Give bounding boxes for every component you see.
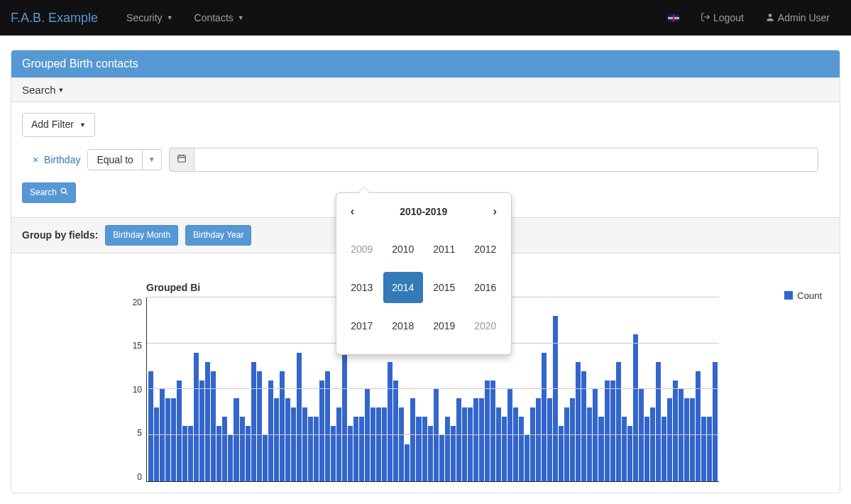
chart-bar [679,389,683,481]
datepicker-prev[interactable]: ‹ [345,202,360,221]
chart-bar [154,407,159,481]
chart-bar [536,398,541,481]
chart-bar [519,417,524,481]
chart-bar [399,407,404,481]
datepicker-year[interactable]: 2020 [466,310,505,341]
chart-bar [553,316,558,481]
caret-down-icon: ▼ [167,14,173,21]
chart-bar [382,407,387,481]
panel-body: Add Filter ▼ × Birthday Equal to ▼ [11,102,840,493]
datepicker-header: ‹ 2010-2019 › [336,197,511,226]
calendar-icon [177,153,187,165]
datepicker-year[interactable]: 2016 [466,272,505,303]
chart-bar [199,380,204,481]
chart-legend: Count [784,290,822,301]
chart-bar [570,398,575,481]
add-filter-button[interactable]: Add Filter ▼ [22,113,95,137]
chart-bar [639,389,644,481]
operator-value: Equal to [87,149,142,170]
datepicker-year[interactable]: 2009 [342,234,382,265]
svg-point-6 [61,188,65,192]
gridline [147,388,719,389]
svg-point-1 [769,13,772,17]
nav-menu-label: Contacts [194,12,234,23]
chart-bar [525,435,529,481]
chart-bar [701,417,706,481]
chart-bar [353,417,358,481]
chart-bar [485,380,490,481]
datepicker-title[interactable]: 2010-2019 [400,206,447,217]
chart-bar [473,398,478,481]
chart-y-axis: 20151050 [111,297,146,482]
chart-bar [673,380,678,481]
chart-bar [502,417,507,481]
datepicker-year[interactable]: 2019 [424,310,464,341]
user-label: Admin User [778,12,830,23]
operator-select[interactable]: Equal to ▼ [87,149,161,170]
group-by-birthday-year[interactable]: Birthday Year [185,225,251,246]
chart-bar [274,398,279,481]
chart-bar [211,371,216,481]
navbar: F.A.B. Example Security ▼ Contacts ▼ Log… [0,0,851,35]
navbar-left: F.A.B. Example Security ▼ Contacts ▼ [11,1,255,34]
y-tick-label: 15 [133,341,142,351]
search-button-label: Search [30,187,57,199]
datepicker-year[interactable]: 2011 [424,234,464,265]
chart-bar [656,362,661,481]
language-flag[interactable] [657,4,690,33]
chart-bar [684,398,689,481]
remove-filter-birthday[interactable]: × Birthday [33,154,80,165]
nav-menu-label: Security [126,12,163,23]
search-icon [60,187,68,199]
chart-bar [507,389,512,481]
chart-bar [388,362,392,481]
datepicker-grid: 2009201020112012201320142015201620172018… [336,226,511,354]
nav-menu-security[interactable]: Security ▼ [116,1,184,34]
chart-bar [496,407,501,481]
date-input-group: ‹ 2010-2019 › 20092010201120122013201420… [169,148,818,172]
datepicker-year[interactable]: 2017 [342,310,382,341]
chart-bar [696,371,701,481]
chart-bar [633,334,638,481]
datepicker-year[interactable]: 2015 [424,272,464,303]
chart-bar [177,380,182,481]
group-by-label: Group by fields: [22,229,98,241]
chart-bar [234,398,238,481]
date-input[interactable] [194,148,818,172]
chart-bar [690,398,695,481]
chart-bar [445,417,450,481]
chart-bar [376,407,381,481]
logout-icon [701,12,710,24]
datepicker-year[interactable]: 2013 [342,272,382,303]
datepicker-year[interactable]: 2018 [383,310,423,341]
chart-bar [439,435,444,481]
user-menu[interactable]: Admin User [754,1,840,35]
chart-bar [194,353,199,481]
logout-link[interactable]: Logout [690,1,754,35]
chart-bar [644,417,649,481]
chart-bar [263,435,268,481]
brand-link[interactable]: F.A.B. Example [11,11,109,26]
logout-label: Logout [713,12,744,23]
main-container: Grouped Birth contacts Search ▼ Add Filt… [0,35,851,493]
chart-bar [205,362,210,481]
datepicker-year[interactable]: 2010 [383,234,423,265]
datepicker-next[interactable]: › [487,202,502,221]
calendar-button[interactable] [169,148,194,172]
chart-bar [581,371,586,481]
chart-bar [336,407,341,481]
nav-menu-contacts[interactable]: Contacts ▼ [184,1,255,34]
chart-bar [365,389,370,481]
chart-bar [393,380,398,481]
datepicker-year[interactable]: 2012 [466,234,505,265]
search-button[interactable]: Search [22,182,76,203]
caret-down-icon: ▼ [79,121,86,130]
chart-bar [228,435,233,481]
user-icon [765,12,775,24]
search-toggle[interactable]: Search ▼ [11,77,840,102]
datepicker-year[interactable]: 2014 [383,272,423,303]
flag-uk-icon [668,14,679,22]
chart-bar [410,398,415,481]
caret-down-icon: ▼ [143,149,162,170]
group-by-birthday-month[interactable]: Birthday Month [105,225,178,246]
